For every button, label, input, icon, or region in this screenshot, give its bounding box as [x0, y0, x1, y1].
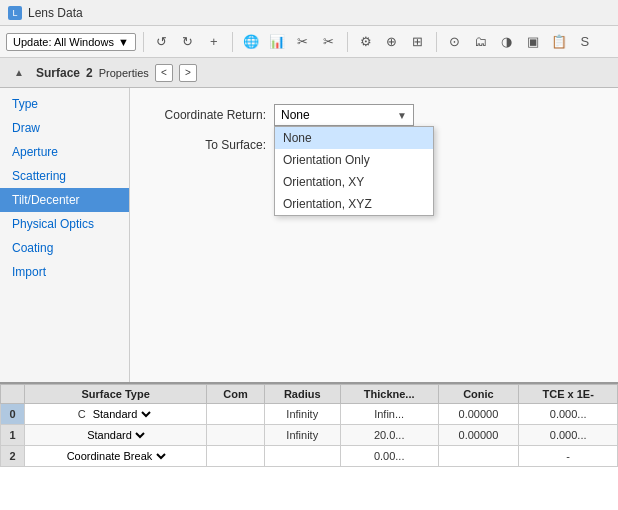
- surface-next-btn[interactable]: >: [179, 64, 197, 82]
- cell-tce-1: 0.000...: [519, 425, 618, 446]
- cell-com-2: [207, 446, 264, 467]
- dropdown-option-orientation-xyz[interactable]: Orientation, XYZ: [275, 193, 433, 215]
- col-header-tce: TCE x 1E-: [519, 385, 618, 404]
- content-panel: Coordinate Return: None ▼ None Orientati…: [130, 88, 618, 382]
- toolbar-btn-grid[interactable]: ⊞: [407, 31, 429, 53]
- sidebar-item-tilt-decenter[interactable]: Tilt/Decenter: [0, 188, 129, 212]
- surface-prev-btn[interactable]: <: [155, 64, 173, 82]
- surface-label: Surface: [36, 66, 80, 80]
- cell-com-0: [207, 404, 264, 425]
- cell-tce-2: -: [519, 446, 618, 467]
- sidebar-item-import[interactable]: Import: [0, 260, 129, 284]
- sidebar-item-coating[interactable]: Coating: [0, 236, 129, 260]
- col-header-surface-type: Surface Type: [25, 385, 207, 404]
- toolbar-btn-redo[interactable]: ↻: [177, 31, 199, 53]
- toolbar-btn-circle[interactable]: ⊙: [444, 31, 466, 53]
- title-bar-text: Lens Data: [28, 6, 83, 20]
- surface-type-select-1[interactable]: Standard: [83, 428, 148, 442]
- cell-com-1: [207, 425, 264, 446]
- col-header-index: [1, 385, 25, 404]
- toolbar-btn-cut2[interactable]: ✂: [318, 31, 340, 53]
- main-content: Type Draw Aperture Scattering Tilt/Decen…: [0, 88, 618, 382]
- toolbar-btn-globe[interactable]: 🌐: [240, 31, 262, 53]
- cell-radius-2: [264, 446, 340, 467]
- toolbar-btn-chart[interactable]: 📊: [266, 31, 288, 53]
- cell-thickness-0: Infin...: [340, 404, 438, 425]
- sidebar: Type Draw Aperture Scattering Tilt/Decen…: [0, 88, 130, 382]
- update-dropdown[interactable]: Update: All Windows ▼: [6, 33, 136, 51]
- dropdown-arrow-icon: ▼: [397, 110, 407, 121]
- toolbar-btn-refresh[interactable]: ↺: [151, 31, 173, 53]
- col-header-conic: Conic: [438, 385, 519, 404]
- title-bar: L Lens Data: [0, 0, 618, 26]
- coordinate-return-dropdown-container: None ▼ None Orientation Only Orientation…: [274, 104, 414, 126]
- dropdown-option-orientation-xy[interactable]: Orientation, XY: [275, 171, 433, 193]
- app-icon: L: [8, 6, 22, 20]
- sidebar-item-physical-optics[interactable]: Physical Optics: [0, 212, 129, 236]
- cell-index-0: 0: [1, 404, 25, 425]
- toolbar-btn-plus-circle[interactable]: ⊕: [381, 31, 403, 53]
- sidebar-item-draw[interactable]: Draw: [0, 116, 129, 140]
- col-header-radius: Radius: [264, 385, 340, 404]
- update-dropdown-arrow: ▼: [118, 36, 129, 48]
- surface-properties-label: Properties: [99, 67, 149, 79]
- dropdown-option-none[interactable]: None: [275, 127, 433, 149]
- col-header-thickness: Thickne...: [340, 385, 438, 404]
- table-row: 0 C Standard Infinity Infin... 0.00000 0…: [1, 404, 618, 425]
- cell-radius-1: Infinity: [264, 425, 340, 446]
- toolbar-separator-3: [347, 32, 348, 52]
- toolbar-btn-clipboard[interactable]: 📋: [548, 31, 570, 53]
- sidebar-item-aperture[interactable]: Aperture: [0, 140, 129, 164]
- cell-surface-type-0[interactable]: C Standard: [25, 404, 207, 425]
- surface-type-select-0[interactable]: Standard: [89, 407, 154, 421]
- cell-thickness-1: 20.0...: [340, 425, 438, 446]
- col-header-com: Com: [207, 385, 264, 404]
- toolbar-btn-cut1[interactable]: ✂: [292, 31, 314, 53]
- table-header-row: Surface Type Com Radius Thickne... Conic…: [1, 385, 618, 404]
- surface-header: ▲ Surface 2 Properties < >: [0, 58, 618, 88]
- to-surface-label: To Surface:: [146, 138, 266, 152]
- surface-number: 2: [86, 66, 93, 80]
- dropdown-menu: None Orientation Only Orientation, XY Or…: [274, 126, 434, 216]
- toolbar-btn-s[interactable]: S: [574, 31, 596, 53]
- toolbar-btn-half-circle[interactable]: ◑: [496, 31, 518, 53]
- surface-type-select-2[interactable]: Coordinate Break: [63, 449, 169, 463]
- update-label: Update: All Windows: [13, 36, 114, 48]
- toolbar-btn-layers[interactable]: 🗂: [470, 31, 492, 53]
- cell-index-2: 2: [1, 446, 25, 467]
- cell-radius-0: Infinity: [264, 404, 340, 425]
- cell-index-1: 1: [1, 425, 25, 446]
- surface-header-up[interactable]: ▲: [8, 62, 30, 84]
- cell-tce-0: 0.000...: [519, 404, 618, 425]
- cell-conic-0: 0.00000: [438, 404, 519, 425]
- data-table: Surface Type Com Radius Thickne... Conic…: [0, 384, 618, 467]
- coordinate-return-row: Coordinate Return: None ▼ None Orientati…: [146, 104, 602, 126]
- cell-thickness-2: 0.00...: [340, 446, 438, 467]
- table-section: Surface Type Com Radius Thickne... Conic…: [0, 382, 618, 510]
- dropdown-selected-value: None: [281, 108, 310, 122]
- cell-conic-1: 0.00000: [438, 425, 519, 446]
- sidebar-item-type[interactable]: Type: [0, 92, 129, 116]
- toolbar-separator-1: [143, 32, 144, 52]
- toolbar-btn-square[interactable]: ▣: [522, 31, 544, 53]
- cell-prefix-0: C: [78, 408, 86, 420]
- dropdown-option-orientation-only[interactable]: Orientation Only: [275, 149, 433, 171]
- toolbar-btn-add[interactable]: +: [203, 31, 225, 53]
- cell-conic-2: [438, 446, 519, 467]
- toolbar-separator-4: [436, 32, 437, 52]
- coordinate-return-label: Coordinate Return:: [146, 108, 266, 122]
- sidebar-item-scattering[interactable]: Scattering: [0, 164, 129, 188]
- cell-surface-type-2[interactable]: Coordinate Break: [25, 446, 207, 467]
- toolbar: Update: All Windows ▼ ↺ ↻ + 🌐 📊 ✂ ✂ ⚙ ⊕ …: [0, 26, 618, 58]
- toolbar-separator-2: [232, 32, 233, 52]
- toolbar-btn-gear[interactable]: ⚙: [355, 31, 377, 53]
- table-row: 2 Coordinate Break 0.00... -: [1, 446, 618, 467]
- cell-surface-type-1[interactable]: Standard: [25, 425, 207, 446]
- table-row: 1 Standard Infinity 20.0... 0.00000 0.00…: [1, 425, 618, 446]
- coordinate-return-dropdown[interactable]: None ▼: [274, 104, 414, 126]
